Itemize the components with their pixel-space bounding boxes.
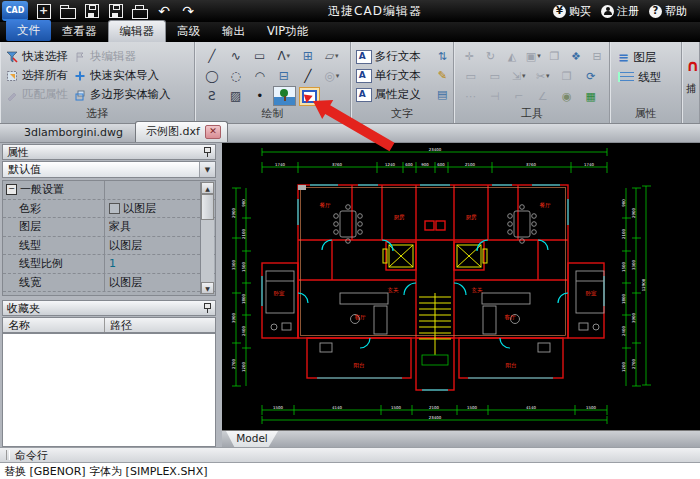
move-icon[interactable]: ✛	[460, 47, 478, 65]
property-row-color[interactable]: 色彩 以图层	[3, 200, 215, 219]
window-title: 迅捷CAD编辑器	[200, 3, 550, 20]
select-all-button[interactable]: 选择所有	[6, 66, 68, 85]
undo-icon[interactable]: ↶	[152, 1, 176, 21]
explode-icon[interactable]: ▦	[580, 87, 601, 105]
save-as-icon[interactable]	[104, 1, 128, 21]
register-button[interactable]: 注册	[598, 3, 642, 20]
group-icon[interactable]: ◉	[556, 87, 577, 105]
help-button[interactable]: ?帮助	[646, 3, 690, 20]
open-file-icon[interactable]	[56, 1, 80, 21]
rotate-icon[interactable]: ↻	[482, 47, 500, 65]
window-tool-icon[interactable]: ⊟	[588, 47, 606, 65]
edit-text-icon[interactable]: ✎	[435, 69, 449, 82]
layers-icon: ≡	[618, 51, 629, 64]
tab-editor[interactable]: 编辑器	[108, 20, 167, 42]
point-icon[interactable]: •	[249, 87, 270, 105]
snap-magnet-icon[interactable]: ∩	[686, 58, 699, 74]
drawing-canvas[interactable]: 23400 1740 3760 1240 600 900 600 2100 37…	[222, 143, 700, 447]
trim-icon[interactable]: ✂▾	[532, 67, 553, 85]
erase-icon[interactable]: ▣▾	[524, 47, 542, 65]
property-row-layer[interactable]: 图层 家具	[3, 218, 215, 237]
property-group-row[interactable]: −一般设置	[3, 181, 215, 200]
buy-button[interactable]: ¥购买	[550, 3, 594, 20]
new-file-icon[interactable]	[32, 1, 56, 21]
match-properties-button[interactable]: 匹配属性	[6, 85, 68, 104]
fillet-icon[interactable]: ⌐	[508, 87, 529, 105]
line-icon[interactable]: ╱	[201, 47, 222, 65]
collapse-icon[interactable]: −	[6, 184, 17, 195]
insert-raster-image-icon[interactable]	[299, 87, 320, 106]
tab-vip[interactable]: VIP功能	[256, 21, 319, 42]
mirror-icon[interactable]: ◭	[503, 47, 521, 65]
tab-file[interactable]: 文件	[6, 20, 51, 41]
block-tool-icon[interactable]: ❖	[567, 47, 585, 65]
tab-advanced[interactable]: 高级	[166, 21, 211, 42]
model-tab[interactable]: Model	[226, 431, 278, 447]
command-line-output[interactable]: 替换 [GBENOR] 字体为 [SIMPLEX.SHX]	[0, 463, 700, 479]
favorites-list[interactable]	[2, 333, 216, 447]
property-row-lineweight[interactable]: 线宽 以图层	[3, 274, 215, 293]
svg-text:卧室: 卧室	[586, 290, 598, 296]
favorites-col-path[interactable]: 路径	[105, 318, 132, 332]
spline-icon[interactable]: Ƨ	[201, 87, 222, 105]
doc-tab-3dlamborgini[interactable]: 3dlamborgini.dwg	[12, 124, 135, 142]
cad-floor-plan[interactable]: 23400 1740 3760 1240 600 900 600 2100 37…	[222, 143, 700, 430]
circle-icon[interactable]: ◯	[201, 67, 222, 85]
svg-text:2400: 2400	[241, 326, 246, 336]
block-editor-button[interactable]: 块编辑器	[74, 47, 171, 66]
polygon-entity-input-button[interactable]: 多边形实体输入	[74, 85, 171, 104]
edit-attribute-icon[interactable]: ▤	[435, 88, 449, 101]
region-icon[interactable]: ▱▾	[321, 47, 342, 65]
text-height-icon[interactable]: ⇅	[435, 50, 449, 63]
chevron-down-icon[interactable]: ▼	[199, 162, 215, 177]
clipboard-icon[interactable]: ⊟	[273, 67, 294, 85]
redo-icon[interactable]: ↷	[176, 1, 200, 21]
scroll-down-icon[interactable]: ▼	[201, 282, 214, 294]
print-icon[interactable]	[128, 1, 152, 21]
rectangle-icon[interactable]: ▭	[249, 47, 270, 65]
property-row-linetype[interactable]: 线型 以图层	[3, 237, 215, 256]
scroll-up-icon[interactable]: ▲	[201, 182, 214, 194]
offset-copy-icon[interactable]: ❐	[556, 67, 577, 85]
hatch-icon[interactable]: ▨	[225, 87, 246, 105]
redo-tool-icon[interactable]: ⟳	[580, 67, 601, 85]
doc-tab-example[interactable]: 示例图.dxf ✕	[135, 121, 228, 142]
tab-output[interactable]: 输出	[211, 21, 256, 42]
pin-icon[interactable]	[204, 147, 211, 157]
save-icon[interactable]	[80, 1, 104, 21]
app-logo-icon[interactable]: CAD	[2, 1, 28, 21]
preset-dropdown[interactable]: 默认值▼	[2, 161, 216, 178]
extend-icon[interactable]: ⊣	[484, 87, 505, 105]
scroll-thumb[interactable]	[201, 194, 214, 220]
array-icon[interactable]: ⋯	[460, 87, 481, 105]
layer-button[interactable]: ≡图层	[618, 47, 681, 67]
insert-block-icon[interactable]: ⊞	[297, 47, 318, 65]
copy-icon[interactable]: ❐	[545, 47, 563, 65]
arc-icon[interactable]: ◠	[249, 67, 270, 85]
property-row-ltscale[interactable]: 线型比例 1	[3, 255, 215, 274]
stretch-icon[interactable]: ▭	[460, 67, 481, 85]
scale-box-icon[interactable]: ▭	[484, 67, 505, 85]
dimension-lines	[232, 148, 651, 424]
favorites-col-name[interactable]: 名称	[3, 318, 105, 332]
quick-entity-import-button[interactable]: 快速实体导入	[74, 66, 171, 85]
scale-icon[interactable]: ⇲▾	[508, 67, 529, 85]
tab-viewer[interactable]: 查看器	[51, 21, 108, 42]
command-line-header[interactable]: 命令行	[0, 447, 700, 463]
chamfer-icon[interactable]: ∠	[532, 87, 553, 105]
sketch-icon[interactable]: ∿	[225, 47, 246, 65]
polyline-icon[interactable]: Ʌ▾	[273, 47, 294, 65]
donut-icon[interactable]: ◎▾	[321, 67, 342, 85]
thick-line-icon[interactable]: ╱	[297, 67, 318, 85]
ellipse-icon[interactable]: ◌	[225, 67, 246, 85]
attribute-definition-button[interactable]: 属性定义▤	[356, 85, 454, 104]
linetype-button[interactable]: 线型	[618, 67, 681, 87]
pin-icon[interactable]	[204, 303, 211, 313]
multiline-text-button[interactable]: 多行文本⇅	[356, 47, 454, 66]
close-tab-icon[interactable]: ✕	[205, 125, 221, 139]
wipeout-image-icon[interactable]	[273, 86, 296, 106]
svg-text:餐厅: 餐厅	[540, 202, 552, 208]
scrollbar[interactable]: ▲ ▼	[200, 182, 214, 294]
quick-select-button[interactable]: 快速选择	[6, 47, 68, 66]
singleline-text-button[interactable]: 单行文本✎	[356, 66, 454, 85]
